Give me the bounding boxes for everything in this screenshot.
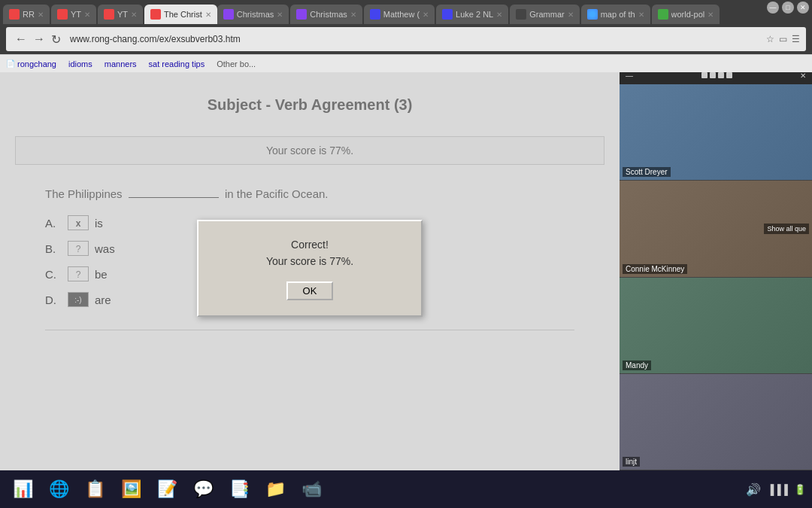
tab-favicon: [57, 9, 68, 20]
tab-close-btn[interactable]: ✕: [277, 11, 283, 19]
window-controls: — □ ✕: [767, 2, 809, 14]
tab-favicon: [150, 9, 161, 20]
maximize-button[interactable]: □: [782, 2, 794, 14]
tab-label: The Christ: [164, 10, 202, 19]
tab-label: YT: [71, 10, 81, 19]
browser-tab-tab-christ[interactable]: The Christ ✕: [144, 5, 217, 24]
browser-tab-tab-map[interactable]: map of th ✕: [581, 5, 650, 24]
browser-tab-tab-luke[interactable]: Luke 2 NL ✕: [436, 5, 508, 24]
browser-tab-tab-yt2[interactable]: YT ✕: [98, 5, 143, 24]
video-cell-person-linjt: linjt: [620, 374, 812, 470]
bookmark-sat[interactable]: sat reading tips: [149, 59, 205, 68]
taskbar-icon-tb-skype: 💬: [193, 479, 214, 499]
taskbar-item-tb-files[interactable]: 📁: [259, 473, 292, 505]
bookmark-other[interactable]: Other bo...: [217, 59, 256, 68]
taskbar-item-tb-zoom[interactable]: 📹: [295, 473, 328, 505]
video-name-person-linjt: linjt: [623, 457, 640, 467]
dot-4: [726, 72, 732, 78]
browser-tab-tab-world[interactable]: world-pol ✕: [652, 5, 720, 24]
taskbar-item-tb-unknown2[interactable]: 🖼️: [114, 473, 147, 505]
taskbar-item-tb-skype[interactable]: 💬: [186, 473, 220, 505]
taskbar: 📊🌐📋🖼️📝💬📑📁📹 🔊 ▐▐▐ 🔋: [0, 470, 812, 508]
forward-button[interactable]: →: [30, 32, 48, 46]
tab-label: Christmas: [310, 10, 347, 19]
dialog-line1: Correct!: [229, 236, 391, 253]
browser-tab-tab-matthew[interactable]: Matthew ( ✕: [364, 5, 435, 24]
taskbar-icon-tb-unknown2: 🖼️: [121, 479, 141, 499]
video-name-person-connie: Connie McKinney: [623, 264, 687, 274]
tab-close-btn[interactable]: ✕: [568, 11, 574, 19]
volume-icon[interactable]: 🔊: [746, 482, 761, 497]
back-button[interactable]: ←: [12, 32, 30, 46]
taskbar-item-tb-ppt[interactable]: 📑: [223, 473, 256, 505]
dot-1: [701, 72, 707, 78]
main-content-area: Subject - Verb Agreement (3) Your score …: [0, 66, 620, 470]
tab-label: RR: [23, 10, 35, 19]
page-inner: Subject - Verb Agreement (3) Your score …: [0, 66, 620, 470]
bookmark-idioms[interactable]: idioms: [68, 59, 92, 68]
taskbar-icon-tb-files: 📁: [265, 479, 286, 499]
taskbar-icon-tb-word: 📝: [157, 479, 177, 499]
tab-close-btn[interactable]: ✕: [84, 11, 90, 19]
show-all-questions-btn[interactable]: Show all que: [764, 224, 809, 234]
dot-3: [718, 72, 724, 78]
page-content: Subject - Verb Agreement (3) Your score …: [0, 66, 620, 470]
taskbar-right: 🔊 ▐▐▐ 🔋: [746, 482, 806, 497]
dialog-message: Correct! Your score is 77%.: [229, 236, 391, 270]
bookmark-manners[interactable]: manners: [105, 59, 137, 68]
taskbar-icon-tb-chrome: 🌐: [49, 479, 69, 499]
refresh-button[interactable]: ↻: [48, 32, 64, 47]
dialog-line2: Your score is 77%.: [229, 253, 391, 269]
tab-close-btn[interactable]: ✕: [205, 11, 211, 19]
minimize-button[interactable]: —: [767, 2, 779, 14]
bookmark-icon: 📄: [6, 59, 15, 68]
tab-close-btn[interactable]: ✕: [638, 11, 644, 19]
dot-2: [710, 72, 716, 78]
bookmarks-bar: 📄 rongchang idioms manners sat reading t…: [0, 54, 812, 72]
taskbar-item-tb-unknown1[interactable]: 📋: [78, 473, 111, 505]
tab-favicon: [587, 9, 598, 20]
browser-tab-tab-christmas1[interactable]: Christmas ✕: [217, 5, 289, 24]
tab-favicon: [370, 9, 380, 20]
taskbar-item-tb-chrome[interactable]: 🌐: [42, 473, 75, 505]
tab-close-btn[interactable]: ✕: [496, 11, 502, 19]
video-name-person-mandy: Mandy: [623, 360, 651, 370]
tab-label: map of th: [601, 10, 635, 19]
tab-close-btn[interactable]: ✕: [707, 11, 714, 19]
video-close-btn[interactable]: ✕: [800, 71, 806, 80]
cast-icon[interactable]: ▭: [779, 34, 787, 44]
browser-tab-tab-yt1[interactable]: YT ✕: [51, 5, 96, 24]
battery-icon: 🔋: [794, 484, 806, 495]
menu-icon[interactable]: ☰: [792, 34, 800, 44]
tab-label: world-pol: [671, 10, 705, 19]
taskbar-item-tb-word[interactable]: 📝: [150, 473, 183, 505]
video-cell-person-mandy: Mandy: [620, 278, 812, 374]
tab-close-btn[interactable]: ✕: [131, 11, 137, 19]
address-input[interactable]: [64, 34, 766, 44]
browser-tab-tab-christmas2[interactable]: Christmas ✕: [290, 5, 362, 24]
taskbar-icon-tb-zoom: 📹: [301, 479, 322, 499]
tab-close-btn[interactable]: ✕: [38, 11, 44, 19]
tab-favicon: [442, 9, 453, 20]
network-icon: ▐▐▐: [767, 484, 788, 495]
address-icons: ☆ ▭ ☰: [766, 34, 800, 44]
tab-label: Grammar: [529, 10, 564, 19]
video-minimize-btn[interactable]: —: [626, 71, 633, 80]
tab-favicon: [9, 9, 20, 20]
browser-chrome: RR ✕ YT ✕ YT ✕ The Christ ✕ Christmas ✕ …: [0, 0, 812, 66]
tab-favicon: [658, 9, 668, 20]
video-panel: — ✕ Scott DreyerConnie McKinneyShow all …: [620, 66, 812, 470]
taskbar-item-tb-excel[interactable]: 📊: [6, 473, 39, 505]
dialog-ok-button[interactable]: OK: [286, 281, 334, 300]
tab-close-btn[interactable]: ✕: [423, 11, 429, 19]
star-icon[interactable]: ☆: [766, 34, 774, 44]
tab-favicon: [516, 9, 526, 20]
tab-close-btn[interactable]: ✕: [350, 11, 356, 19]
video-grid: Scott DreyerConnie McKinneyShow all queM…: [620, 84, 812, 470]
tab-bar: RR ✕ YT ✕ YT ✕ The Christ ✕ Christmas ✕ …: [0, 0, 812, 24]
person-video-person-scott: [620, 84, 812, 180]
browser-tab-tab-rr[interactable]: RR ✕: [3, 5, 50, 24]
bookmark-rongchang[interactable]: 📄 rongchang: [6, 59, 56, 68]
close-button[interactable]: ✕: [797, 2, 809, 14]
browser-tab-tab-grammar[interactable]: Grammar ✕: [510, 5, 579, 24]
